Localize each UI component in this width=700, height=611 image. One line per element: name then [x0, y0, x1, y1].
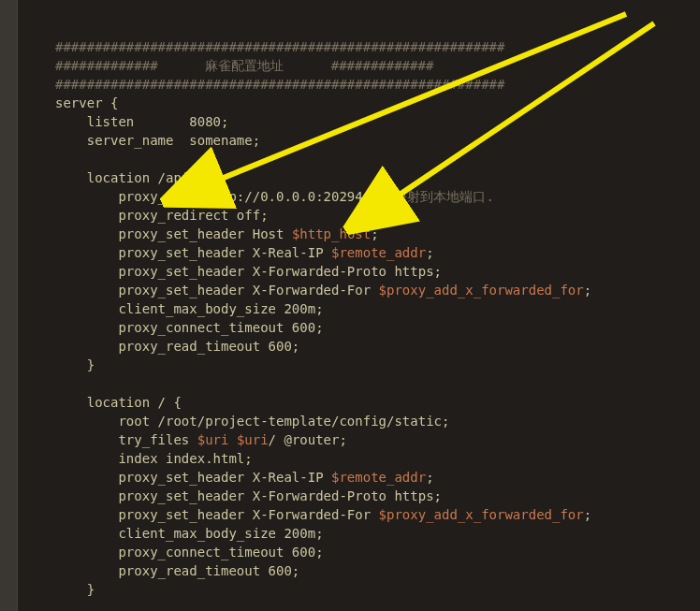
divider-line: ############# 麻雀配置地址 ############# [55, 58, 433, 73]
proxy-set-header-realip2: proxy_set_header X-Real-IP $remote_addr; [55, 470, 434, 485]
proxy-set-header-host: proxy_set_header Host $http_host; [55, 226, 379, 241]
divider-line: ########################################… [55, 77, 504, 92]
close-brace2: } [55, 582, 95, 597]
proxy-set-header-proto: proxy_set_header X-Forwarded-Proto https… [55, 264, 442, 279]
proxy-pass-line: proxy_pass http://0.0.0.0:20294/; #映射到本地… [55, 189, 494, 204]
code-block: ########################################… [36, 0, 700, 611]
proxy-set-header-realip: proxy_set_header X-Real-IP $remote_addr; [55, 245, 434, 260]
code-container: ########################################… [17, 0, 700, 611]
location-api: location /api/ { [55, 170, 213, 185]
proxy-connect-timeout: proxy_connect_timeout 600; [55, 320, 324, 335]
proxy-read-timeout2: proxy_read_timeout 600; [55, 563, 299, 578]
root-directive: root /root/project-template/config/stati… [55, 414, 449, 429]
close-brace: } [55, 357, 95, 372]
client-max-body2: client_max_body_size 200m; [55, 526, 324, 541]
proxy-set-header-ffor2: proxy_set_header X-Forwarded-For $proxy_… [55, 507, 591, 522]
proxy-connect-timeout2: proxy_connect_timeout 600; [55, 545, 324, 560]
server-open: server { [55, 95, 118, 110]
index-directive: index index.html; [55, 451, 253, 466]
proxy-read-timeout: proxy_read_timeout 600; [55, 339, 299, 354]
proxy-redirect: proxy_redirect off; [55, 208, 269, 223]
proxy-set-header-proto2: proxy_set_header X-Forwarded-Proto https… [55, 488, 442, 503]
proxy-set-header-ffor: proxy_set_header X-Forwarded-For $proxy_… [55, 283, 591, 298]
server-name-directive: server_name somename; [55, 133, 260, 148]
client-max-body: client_max_body_size 200m; [55, 301, 324, 316]
divider-line: ########################################… [55, 39, 504, 54]
location-root: location / { [55, 395, 182, 410]
try-files: try_files $uri $uri/ @router; [55, 432, 347, 447]
listen-directive: listen 8080; [55, 114, 228, 129]
